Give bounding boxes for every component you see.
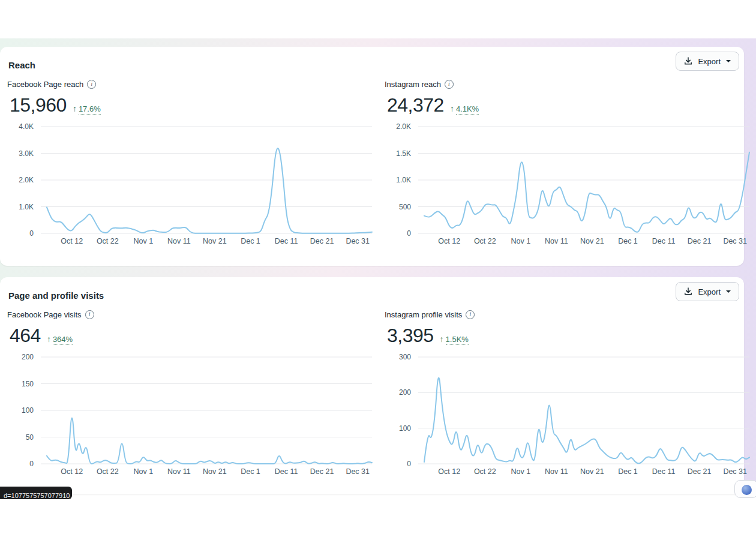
facebook-page-reach-chart[interactable]: 01.0K2.0K3.0K4.0KOct 12Oct 22Nov 1Nov 11… [7, 121, 375, 248]
svg-text:Oct 22: Oct 22 [474, 237, 496, 245]
metric-label: Facebook Page visits [7, 310, 82, 319]
svg-text:Dec 1: Dec 1 [241, 237, 260, 245]
svg-text:1.0K: 1.0K [19, 203, 34, 211]
svg-text:Nov 21: Nov 21 [580, 237, 604, 245]
info-icon[interactable]: i [466, 310, 475, 319]
metric-delta[interactable]: ↑1.5K% [440, 334, 469, 345]
svg-text:Nov 11: Nov 11 [545, 237, 568, 245]
svg-text:50: 50 [26, 433, 34, 442]
page-profile-visits-section: Page and profile visits Export Facebook … [0, 277, 744, 494]
instagram-reach-chart[interactable]: 05001.0K1.5K2.0KOct 12Oct 22Nov 1Nov 11N… [385, 121, 752, 248]
section-title-reach: Reach [7, 55, 734, 70]
instagram-profile-visits-block: Instagram profile visits i 3,395 ↑1.5K% … [385, 309, 752, 478]
metric-label: Instagram profile visits [385, 310, 462, 319]
page-gradient-background: Reach Export Facebook Page reach i 15,96… [0, 38, 756, 494]
svg-text:Dec 1: Dec 1 [241, 467, 260, 476]
svg-text:1.0K: 1.0K [396, 176, 411, 184]
svg-text:Dec 11: Dec 11 [652, 237, 676, 245]
svg-text:Oct 12: Oct 12 [438, 467, 460, 476]
metric-label: Instagram reach [385, 80, 441, 89]
export-label: Export [698, 287, 721, 296]
svg-text:Dec 11: Dec 11 [275, 467, 298, 476]
metric-value: 24,372 [387, 94, 444, 116]
svg-text:4.0K: 4.0K [19, 122, 34, 131]
chevron-down-icon [725, 290, 731, 293]
svg-text:Dec 21: Dec 21 [310, 467, 334, 476]
instagram-reach-block: Instagram reach i 24,372 ↑4.1K% 05001.0K… [385, 79, 752, 248]
metric-delta[interactable]: ↑17.6% [73, 104, 101, 115]
svg-text:200: 200 [399, 388, 411, 397]
svg-text:Dec 31: Dec 31 [723, 237, 747, 245]
svg-text:200: 200 [22, 353, 34, 361]
svg-text:Oct 12: Oct 12 [438, 237, 460, 245]
export-label: Export [698, 57, 721, 66]
help-messenger-button[interactable] [734, 480, 756, 498]
metric-value: 15,960 [10, 94, 67, 116]
download-icon [683, 287, 693, 296]
svg-text:Dec 21: Dec 21 [688, 467, 712, 476]
svg-text:Oct 22: Oct 22 [97, 467, 119, 476]
svg-text:Dec 21: Dec 21 [688, 237, 712, 245]
svg-text:150: 150 [22, 380, 34, 388]
svg-text:0: 0 [407, 460, 411, 468]
facebook-page-visits-chart[interactable]: 050100150200Oct 12Oct 22Nov 1Nov 11Nov 2… [7, 351, 375, 478]
svg-text:Oct 22: Oct 22 [97, 237, 119, 245]
up-arrow-icon: ↑ [73, 104, 77, 113]
svg-text:Nov 1: Nov 1 [133, 467, 153, 476]
globe-icon [742, 485, 752, 495]
chevron-down-icon [725, 59, 731, 63]
svg-text:Oct 22: Oct 22 [474, 467, 496, 476]
facebook-page-reach-block: Facebook Page reach i 15,960 ↑17.6% 01.0… [7, 79, 375, 248]
info-icon[interactable]: i [445, 80, 454, 89]
download-icon [683, 56, 693, 66]
svg-text:Nov 1: Nov 1 [511, 467, 530, 476]
svg-text:100: 100 [22, 406, 34, 415]
metric-value: 3,395 [387, 325, 434, 347]
svg-text:Nov 21: Nov 21 [203, 237, 227, 245]
instagram-profile-visits-chart[interactable]: 0100200300Oct 12Oct 22Nov 1Nov 11Nov 21D… [385, 351, 752, 478]
svg-text:Dec 31: Dec 31 [723, 467, 747, 476]
svg-text:0: 0 [407, 229, 411, 238]
svg-text:3.0K: 3.0K [19, 149, 34, 158]
up-arrow-icon: ↑ [450, 104, 454, 113]
up-arrow-icon: ↑ [440, 334, 444, 344]
svg-text:Nov 21: Nov 21 [203, 467, 227, 476]
metric-value: 464 [10, 325, 41, 347]
info-icon[interactable]: i [87, 80, 96, 89]
metric-delta[interactable]: ↑4.1K% [450, 104, 479, 115]
svg-text:500: 500 [399, 203, 411, 211]
svg-text:0: 0 [29, 229, 34, 238]
metric-delta[interactable]: ↑364% [47, 334, 73, 345]
svg-text:100: 100 [399, 424, 411, 433]
export-button-visits[interactable]: Export [676, 282, 739, 301]
svg-text:Dec 31: Dec 31 [346, 237, 370, 245]
svg-text:Dec 1: Dec 1 [618, 237, 638, 245]
svg-text:Dec 31: Dec 31 [346, 467, 370, 476]
svg-text:Nov 11: Nov 11 [167, 467, 191, 476]
svg-text:Dec 11: Dec 11 [275, 237, 298, 245]
svg-text:Nov 1: Nov 1 [511, 237, 530, 245]
svg-text:0: 0 [29, 460, 34, 468]
section-title-visits: Page and profile visits [7, 286, 734, 301]
svg-text:Nov 11: Nov 11 [545, 467, 568, 476]
svg-text:Oct 12: Oct 12 [61, 467, 83, 476]
info-icon[interactable]: i [85, 310, 94, 319]
link-preview-text: d=1077575757077910 [4, 492, 70, 499]
metric-label: Facebook Page reach [7, 80, 83, 89]
svg-text:Nov 1: Nov 1 [133, 237, 153, 245]
reach-section: Reach Export Facebook Page reach i 15,96… [0, 47, 744, 266]
svg-text:2.0K: 2.0K [19, 176, 34, 184]
svg-text:Dec 11: Dec 11 [652, 467, 676, 476]
up-arrow-icon: ↑ [47, 334, 51, 344]
facebook-page-visits-block: Facebook Page visits i 464 ↑364% 0501001… [7, 309, 375, 478]
svg-text:Nov 21: Nov 21 [580, 467, 604, 476]
svg-text:1.5K: 1.5K [396, 149, 411, 158]
link-preview-tooltip: d=1077575757077910 [0, 487, 72, 499]
export-button-reach[interactable]: Export [676, 52, 739, 71]
svg-text:Nov 11: Nov 11 [167, 237, 191, 245]
svg-text:300: 300 [399, 353, 411, 361]
svg-text:Oct 12: Oct 12 [61, 237, 83, 245]
svg-text:Dec 1: Dec 1 [618, 467, 638, 476]
svg-text:2.0K: 2.0K [396, 122, 411, 131]
svg-text:Dec 21: Dec 21 [310, 237, 334, 245]
